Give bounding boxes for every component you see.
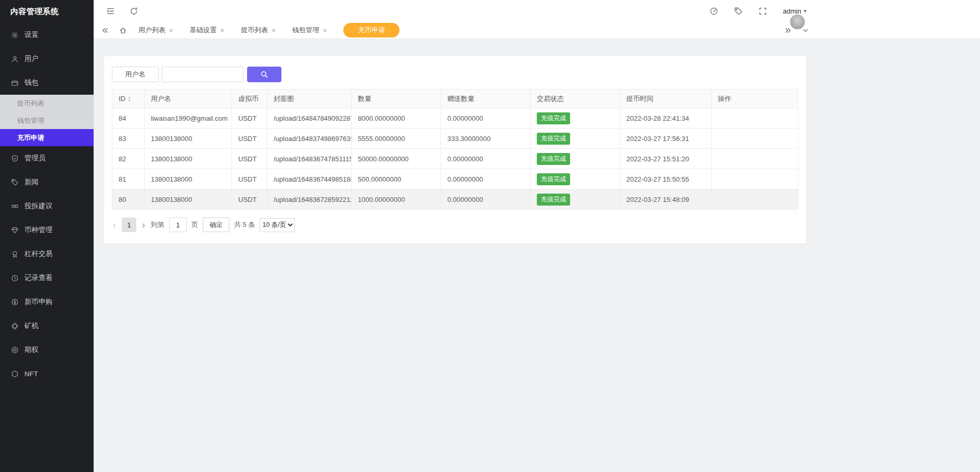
- coin-icon: [11, 298, 19, 306]
- cell-bonus: 333.30000000: [441, 129, 531, 149]
- sidebar-item-users[interactable]: 用户: [0, 47, 94, 71]
- close-icon[interactable]: ×: [221, 27, 225, 34]
- wallet-icon: [11, 79, 19, 87]
- cell-username: liwaisan1990@gmail.com: [145, 108, 232, 129]
- search-button[interactable]: [247, 67, 281, 82]
- confirm-button[interactable]: 确定: [203, 218, 229, 232]
- scroll-tabs-left-icon[interactable]: [101, 27, 109, 34]
- tag-icon: [11, 178, 19, 186]
- cell-coin: USDT: [232, 108, 267, 129]
- sidebar-subitem-recharge-apply[interactable]: 充币申请: [0, 129, 94, 146]
- tab-base-settings[interactable]: 基础设置 ×: [190, 25, 225, 35]
- sidebar-item-currency-manage[interactable]: 币种管理: [0, 218, 94, 242]
- sidebar-item-news[interactable]: 新闻: [0, 170, 94, 194]
- cell-cover: /upload/1648374986976353...: [267, 129, 352, 149]
- table-row: 84 liwaisan1990@gmail.com USDT /upload/1…: [112, 108, 798, 129]
- search-toolbar: 用户名: [112, 67, 798, 82]
- cell-amount: 1000.00000000: [352, 189, 441, 210]
- caret-down-icon: ▾: [804, 8, 806, 14]
- sidebar-item-label: NFT: [24, 370, 38, 378]
- cell-status: 充值完成: [531, 108, 620, 129]
- column-header-actions: 操作: [712, 90, 798, 108]
- tab-withdraw-list[interactable]: 提币列表 ×: [241, 25, 276, 35]
- sidebar-item-nft[interactable]: NFT: [0, 362, 94, 386]
- cell-id: 80: [112, 189, 145, 210]
- sidebar-item-records[interactable]: 记录查看: [0, 266, 94, 290]
- tag-icon[interactable]: [734, 7, 743, 16]
- sort-icon[interactable]: ▴▾: [128, 96, 131, 102]
- tab-bar: 用户列表 × 基础设置 × 提币列表 × 钱包管理 × 充币申请: [94, 22, 980, 39]
- home-tab-icon[interactable]: [119, 27, 127, 34]
- cell-time: 2022-03-27 17:56:31: [620, 129, 712, 149]
- data-table: ID ▴▾ 用户名 虚拟币 封面图 数量 赠送数量 交易状态 提币时间: [112, 89, 798, 210]
- column-header-cover: 封面图: [267, 90, 352, 108]
- sidebar-toggle-icon[interactable]: [106, 7, 115, 16]
- close-icon[interactable]: ×: [323, 27, 327, 34]
- cell-coin: USDT: [232, 189, 267, 210]
- gauge-icon[interactable]: [710, 7, 718, 16]
- field-select-button[interactable]: 用户名: [112, 67, 159, 82]
- column-header-id[interactable]: ID ▴▾: [112, 90, 145, 108]
- status-badge: 充值完成: [537, 173, 570, 185]
- cell-username: 13800138000: [145, 169, 232, 189]
- hexagon-icon: [11, 370, 19, 378]
- cell-cover: /upload/1648367449851889...: [267, 169, 352, 189]
- page-size-select[interactable]: 10 条/页: [260, 218, 295, 232]
- sidebar-item-label: 杠杆交易: [24, 249, 53, 259]
- cell-cover: /upload/1648367478511150....: [267, 149, 352, 169]
- close-icon[interactable]: ×: [169, 27, 173, 34]
- next-page-icon[interactable]: ›: [141, 220, 146, 229]
- content-card: 用户名 ID: [104, 56, 806, 244]
- sidebar-item-mining[interactable]: 矿机: [0, 314, 94, 338]
- sidebar-item-admins[interactable]: 管理员: [0, 146, 94, 170]
- sidebar-item-leverage-trade[interactable]: 杠杆交易: [0, 242, 94, 266]
- cell-status: 充值完成: [531, 169, 620, 189]
- prev-page-icon[interactable]: ‹: [112, 220, 117, 229]
- content-area: 用户名 ID: [94, 39, 980, 472]
- table-row: 83 13800138000 USDT /upload/164837498697…: [112, 129, 798, 149]
- sidebar-item-settings[interactable]: 设置: [0, 23, 94, 47]
- link-icon: [11, 202, 19, 210]
- clock-icon: [11, 274, 19, 282]
- cell-bonus: 0.00000000: [441, 149, 531, 169]
- sidebar-item-label: 新闻: [24, 177, 38, 187]
- status-badge: 充值完成: [537, 153, 570, 165]
- avatar[interactable]: [790, 14, 805, 30]
- wallet-submenu: 提币列表 钱包管理 充币申请: [0, 95, 94, 146]
- sidebar-item-feedback[interactable]: 投拆建议: [0, 194, 94, 218]
- cell-bonus: 0.00000000: [441, 169, 531, 189]
- cell-id: 84: [112, 108, 145, 129]
- column-header-coin: 虚拟币: [232, 90, 267, 108]
- sidebar-item-label: 设置: [24, 30, 38, 40]
- sidebar-item-label: 期权: [24, 345, 38, 354]
- cell-time: 2022-03-27 15:48:09: [620, 189, 712, 210]
- scroll-tabs-right-icon[interactable]: [784, 27, 792, 34]
- user-menu[interactable]: admin ▾: [783, 7, 806, 15]
- column-header-amount: 数量: [352, 90, 441, 108]
- sidebar-item-options[interactable]: 期权: [0, 338, 94, 362]
- refresh-icon[interactable]: [130, 7, 138, 16]
- sidebar-item-label: 投拆建议: [24, 201, 53, 211]
- sidebar-item-wallet[interactable]: 钱包: [0, 71, 94, 95]
- cell-status: 充值完成: [531, 189, 620, 210]
- cell-amount: 8000.00000000: [352, 108, 441, 129]
- close-icon[interactable]: ×: [272, 27, 276, 34]
- cell-bonus: 0.00000000: [441, 108, 531, 129]
- fullscreen-icon[interactable]: [758, 7, 767, 16]
- target-icon: [11, 346, 19, 354]
- status-badge: 充值完成: [537, 112, 570, 124]
- sidebar-subitem-withdraw-list[interactable]: 提币列表: [0, 95, 94, 112]
- search-input[interactable]: [162, 67, 243, 82]
- page-number-current[interactable]: 1: [122, 218, 136, 232]
- tab-wallet-manage[interactable]: 钱包管理 ×: [292, 25, 327, 35]
- cell-time: 2022-03-28 22:41:34: [620, 108, 712, 129]
- cell-username: 13800138000: [145, 149, 232, 169]
- sidebar-subitem-wallet-manage[interactable]: 钱包管理: [0, 112, 94, 129]
- top-bar: admin ▾: [94, 0, 980, 22]
- tab-user-list[interactable]: 用户列表 ×: [138, 25, 173, 35]
- cell-cover: /upload/1648478490922873...: [267, 108, 352, 129]
- tab-recharge-apply[interactable]: 充币申请: [343, 23, 399, 37]
- goto-page-input[interactable]: [169, 218, 187, 232]
- cell-amount: 50000.00000000: [352, 149, 441, 169]
- sidebar-item-new-coin[interactable]: 新币申购: [0, 290, 94, 314]
